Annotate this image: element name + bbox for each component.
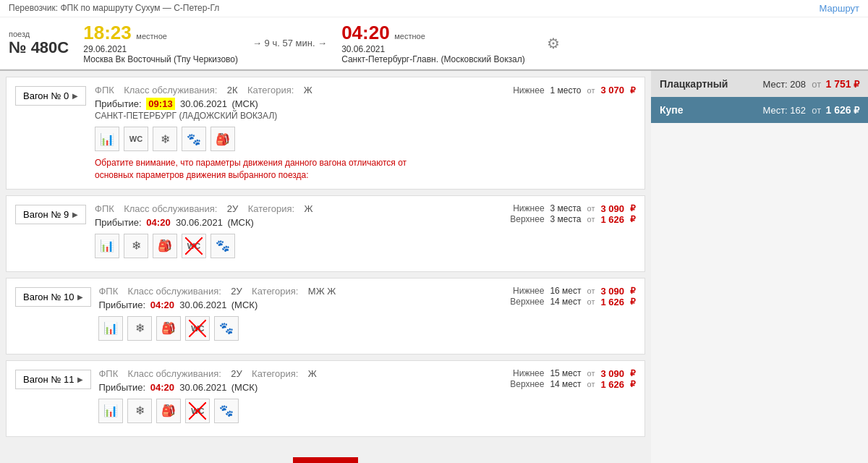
platz-ticket-header[interactable]: Плацкартный Мест: 208 от 1 751 ₽: [651, 71, 868, 97]
arrow-icon: ▶: [77, 375, 83, 383]
service-class-label: Класс обслуживания:: [124, 203, 217, 214]
paw-icon[interactable]: 🐾: [214, 399, 239, 423]
arrival-time: 04:20: [150, 300, 174, 310]
currency-symbol: ₽: [630, 297, 636, 307]
icons-row: 📊❄🎒WC🐾: [98, 316, 498, 341]
from-label: от: [587, 286, 595, 295]
chart-icon[interactable]: 📊: [98, 316, 123, 341]
service-class-label: Класс обслуживания:: [124, 85, 217, 95]
seat-count: 15 мест: [550, 368, 581, 378]
wagon-row: Вагон № 9 ▶ ФПК Класс обслуживания: 2У К…: [15, 203, 636, 264]
service-class-label: Класс обслуживания:: [128, 286, 221, 297]
wagon-left: Вагон № 10 ▶: [15, 286, 91, 347]
snowflake-icon[interactable]: ❄: [127, 399, 152, 423]
wagon-meta: ФПК Класс обслуживания: 2У Категория: Ж: [98, 368, 498, 379]
depart-date: 29.06.2021: [83, 44, 238, 54]
wagon-arrival: Прибытие: 04:20 30.06.2021 (МСК): [98, 300, 498, 310]
seat-type: Нижнее: [513, 286, 544, 296]
back-to-top-button[interactable]: Наверх: [293, 457, 358, 463]
currency-symbol: ₽: [630, 85, 636, 95]
snowflake-icon[interactable]: ❄: [153, 127, 177, 151]
chart-icon[interactable]: 📊: [95, 234, 119, 258]
seat-type: Нижнее: [513, 85, 544, 95]
snowflake-icon[interactable]: ❄: [127, 316, 152, 341]
arrival-tz: (МСК): [227, 217, 253, 228]
wagon-card-wagon0: Вагон № 0 ▶ ФПК Класс обслуживания: 2К К…: [6, 77, 645, 190]
depart-time: 18:23 местное: [83, 22, 238, 44]
arrival-station-name: САНКТ-ПЕТЕРБУРГ (ЛАДОЖСКИЙ ВОКЗАЛ): [95, 111, 498, 121]
wagon-meta: ФПК Класс обслуживания: 2К Категория: Ж: [95, 85, 498, 95]
wagon-card-wagon11: Вагон № 11 ▶ ФПК Класс обслуживания: 2У …: [6, 360, 645, 437]
arrival-date: 30.06.2021: [180, 98, 227, 109]
category-label: Категория:: [252, 286, 298, 297]
wc-icon[interactable]: WC: [124, 127, 148, 151]
right-sidebar: Плацкартный Мест: 208 от 1 751 ₽ Купе Ме…: [651, 71, 868, 463]
arrow-icon: ▶: [72, 211, 78, 218]
seat-count: 14 мест: [550, 379, 581, 389]
wagon-prices: Нижнее 15 мест от 3 090 ₽ Верхнее 14 мес…: [506, 368, 636, 429]
wagon-row: Вагон № 10 ▶ ФПК Класс обслуживания: 2У …: [15, 286, 636, 347]
arrival-time: 04:20: [150, 382, 174, 393]
currency-symbol: ₽: [630, 214, 636, 224]
company-label: ФПК: [98, 286, 118, 297]
arrival-tz: (МСК): [231, 382, 258, 393]
luggage-icon[interactable]: 🎒: [210, 127, 235, 151]
wagon-arrival: Прибытие: 09:13 30.06.2021 (МСК) САНКТ-П…: [95, 98, 498, 121]
kupe-ticket-header[interactable]: Купе Мест: 162 от 1 626 ₽: [651, 97, 868, 123]
chart-icon[interactable]: 📊: [95, 127, 119, 151]
price-row: Нижнее 15 мест от 3 090 ₽: [506, 368, 636, 379]
price-row: Нижнее 3 места от 3 090 ₽: [506, 203, 636, 214]
icons-row: 📊❄🎒WC🐾: [95, 234, 498, 258]
wagon-select-button[interactable]: Вагон № 9 ▶: [15, 205, 86, 224]
wagon-row: Вагон № 0 ▶ ФПК Класс обслуживания: 2К К…: [15, 85, 636, 182]
seat-type: Нижнее: [513, 203, 544, 213]
settings-icon[interactable]: ⚙: [547, 35, 560, 52]
no-wc-icon[interactable]: WC: [185, 399, 210, 423]
arrive-date: 30.06.2021: [341, 44, 525, 54]
seat-count: 3 места: [550, 203, 582, 213]
service-class-label: Класс обслуживания:: [128, 368, 221, 379]
route-link[interactable]: Маршрут: [820, 3, 859, 14]
arrival-time: 04:20: [146, 217, 170, 228]
arrival-date: 30.06.2021: [179, 300, 226, 310]
wagon-select-button[interactable]: Вагон № 11 ▶: [15, 370, 91, 389]
luggage-icon[interactable]: 🎒: [153, 234, 177, 258]
wagon-btn-label: Вагон № 0: [23, 90, 69, 101]
price-value: 3 090: [600, 203, 624, 214]
arrival-time-highlight: 09:13: [146, 98, 174, 110]
service-class-value: 2У: [231, 368, 242, 379]
seat-count: 14 мест: [550, 297, 581, 307]
service-class-value: 2У: [227, 203, 239, 214]
wagon-select-button[interactable]: Вагон № 10 ▶: [15, 287, 91, 307]
wagon-select-button[interactable]: Вагон № 0 ▶: [15, 86, 86, 106]
wagon-right: ФПК Класс обслуживания: 2У Категория: Ж …: [95, 203, 498, 264]
arrival-date: 30.06.2021: [179, 382, 226, 393]
luggage-icon[interactable]: 🎒: [156, 316, 181, 341]
arrive-time: 04:20 местное: [341, 22, 525, 44]
wagon-btn-label: Вагон № 11: [23, 374, 74, 385]
wagon-card-wagon9: Вагон № 9 ▶ ФПК Класс обслуживания: 2У К…: [6, 195, 645, 272]
currency-symbol: ₽: [630, 286, 636, 296]
seat-count: 1 место: [550, 85, 582, 95]
service-class-value: 2К: [227, 85, 238, 95]
train-number-block: поезд № 480С: [9, 30, 69, 57]
category-label: Категория:: [248, 203, 294, 214]
arrow-icon: ▶: [77, 293, 83, 301]
wagon-btn-label: Вагон № 10: [23, 292, 74, 302]
category-value: Ж: [308, 368, 317, 379]
paw-icon[interactable]: 🐾: [210, 234, 235, 258]
paw-icon[interactable]: 🐾: [182, 127, 206, 151]
paw-icon[interactable]: 🐾: [214, 316, 239, 341]
no-wc-icon[interactable]: WC: [185, 316, 210, 341]
no-wc-icon[interactable]: WC: [182, 234, 206, 258]
wagon-row: Вагон № 11 ▶ ФПК Класс обслуживания: 2У …: [15, 368, 636, 429]
wagon-btn-label: Вагон № 9: [23, 209, 69, 220]
platz-seats-price: Мест: 208 от 1 751 ₽: [762, 78, 859, 90]
chart-icon[interactable]: 📊: [98, 399, 123, 423]
price-value: 1 626: [600, 379, 624, 390]
luggage-icon[interactable]: 🎒: [156, 399, 181, 423]
icons-row: 📊❄🎒WC🐾: [98, 399, 498, 423]
company-label: ФПК: [95, 85, 114, 95]
top-section: Перевозчик: ФПК по маршруту Сухум — С-Пе…: [0, 0, 868, 71]
snowflake-icon[interactable]: ❄: [124, 234, 148, 258]
